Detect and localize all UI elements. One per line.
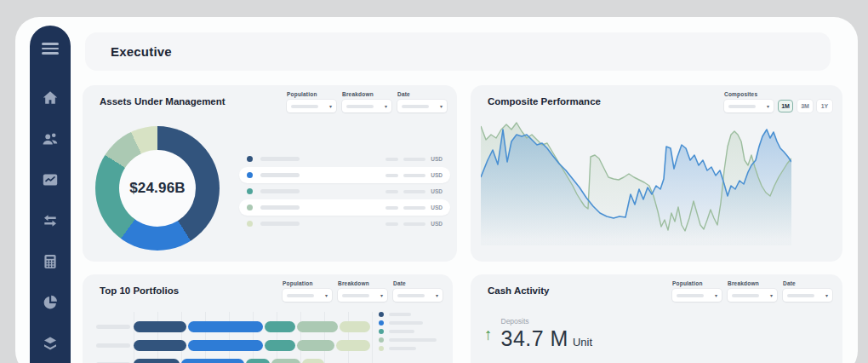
legend-value-placeholder bbox=[403, 190, 425, 193]
card-cash-activity: Cash Activity Population▾Breakdown▾Date▾… bbox=[471, 274, 842, 363]
legend-name-placeholder bbox=[260, 189, 300, 193]
bar-segment bbox=[181, 359, 244, 363]
bar-segment bbox=[134, 340, 186, 351]
legend-row bbox=[379, 327, 437, 336]
bar-segment bbox=[246, 359, 270, 363]
timeframe-3m-button[interactable]: 3M bbox=[797, 100, 813, 112]
dropdown-select[interactable]: ▾ bbox=[724, 100, 774, 112]
legend-value-placeholder bbox=[385, 222, 398, 226]
caret-down-icon: ▾ bbox=[440, 104, 443, 109]
legend-row bbox=[379, 336, 437, 344]
dropdown-placeholder-bar bbox=[346, 105, 374, 108]
dropdown-composites: Composites▾ bbox=[724, 91, 774, 112]
dropdown-select[interactable]: ▾ bbox=[397, 100, 447, 112]
dropdown-select[interactable]: ▾ bbox=[283, 289, 332, 302]
bar-segment bbox=[336, 340, 370, 351]
legend-row[interactable]: USD bbox=[239, 183, 450, 199]
home-icon[interactable] bbox=[42, 89, 60, 107]
dropdown-population: Population▾ bbox=[287, 91, 336, 112]
dropdown-select[interactable]: ▾ bbox=[393, 289, 443, 302]
legend-dot bbox=[379, 320, 384, 326]
legend-row[interactable]: USD bbox=[239, 151, 450, 167]
aum-filters: Population▾Breakdown▾Date▾ bbox=[287, 91, 447, 112]
bar-segment bbox=[134, 321, 186, 332]
dropdown-placeholder-bar bbox=[287, 294, 314, 297]
legend-value-placeholder bbox=[403, 158, 425, 161]
legend-row bbox=[379, 310, 437, 319]
card-title: Assets Under Management bbox=[100, 96, 226, 107]
transactions-icon[interactable] bbox=[42, 211, 60, 229]
clients-icon[interactable] bbox=[42, 130, 60, 147]
card-assets-under-management: Assets Under Management Population▾Break… bbox=[83, 85, 457, 262]
legend-dot bbox=[379, 346, 384, 351]
portfolio-legend bbox=[379, 310, 437, 353]
donut-hole: $24.96B bbox=[119, 150, 196, 227]
menu-icon[interactable] bbox=[42, 43, 59, 55]
holdings-icon[interactable] bbox=[42, 334, 60, 352]
deposits-metric: ↑ Deposits 34.7 M Unit bbox=[484, 317, 592, 351]
legend-dot bbox=[247, 156, 253, 162]
legend-values: USD bbox=[385, 172, 443, 178]
legend-dot bbox=[247, 188, 253, 194]
timeframe-1m-button[interactable]: 1M bbox=[778, 100, 793, 112]
caret-down-icon: ▾ bbox=[825, 293, 828, 298]
allocation-icon[interactable] bbox=[42, 293, 60, 311]
legend-row[interactable]: USD bbox=[239, 199, 450, 216]
metric-value: 34.7 M bbox=[501, 326, 568, 351]
performance-icon[interactable] bbox=[42, 170, 60, 188]
dropdown-placeholder-bar bbox=[342, 294, 369, 297]
dropdown-select[interactable]: ▾ bbox=[338, 289, 387, 302]
bar-segment bbox=[271, 359, 300, 363]
dropdown-breakdown: Breakdown▾ bbox=[728, 280, 777, 302]
bar-segment bbox=[302, 359, 324, 363]
portfolio-name-placeholder bbox=[96, 325, 130, 329]
dropdown-label: Breakdown bbox=[728, 280, 777, 286]
legend-value-placeholder bbox=[385, 158, 398, 161]
legend-dot bbox=[247, 205, 253, 210]
legend-row[interactable]: USD bbox=[239, 216, 450, 232]
dropdown-select[interactable]: ▾ bbox=[728, 289, 777, 302]
bar-segment bbox=[188, 340, 263, 351]
card-composite-performance: Composite Performance Composites▾ 1M3M1Y bbox=[471, 85, 842, 262]
dropdown-placeholder-bar bbox=[402, 105, 429, 108]
legend-name-placeholder bbox=[389, 330, 414, 333]
dropdown-placeholder-bar bbox=[291, 105, 318, 108]
dropdown-date: Date▾ bbox=[783, 280, 832, 302]
bar-segment bbox=[265, 321, 295, 332]
legend-currency: USD bbox=[431, 205, 443, 210]
portfolio-name-placeholder bbox=[96, 343, 130, 348]
legend-values: USD bbox=[385, 188, 443, 194]
dropdown-select[interactable]: ▾ bbox=[342, 100, 391, 112]
dropdown-select[interactable]: ▾ bbox=[672, 289, 722, 302]
page-title: Executive bbox=[85, 44, 172, 59]
legend-row[interactable]: USD bbox=[239, 167, 450, 183]
legend-dot bbox=[379, 329, 384, 334]
dropdown-label: Breakdown bbox=[338, 280, 387, 286]
dropdown-select[interactable]: ▾ bbox=[287, 100, 336, 112]
legend-dot bbox=[247, 172, 253, 178]
sidebar bbox=[30, 26, 71, 363]
dropdown-label: Composites bbox=[724, 91, 774, 97]
composite-controls: Composites▾ 1M3M1Y bbox=[724, 91, 832, 112]
aum-total-value: $24.96B bbox=[129, 180, 186, 197]
dropdown-label: Date bbox=[783, 280, 832, 286]
legend-value-placeholder bbox=[385, 206, 398, 210]
portfolio-row bbox=[96, 359, 445, 363]
legend-name-placeholder bbox=[260, 222, 300, 226]
dropdown-placeholder-bar bbox=[787, 294, 814, 297]
aum-donut-chart: $24.96B bbox=[95, 126, 220, 251]
trend-up-icon: ↑ bbox=[484, 326, 493, 351]
caret-down-icon: ▾ bbox=[770, 293, 773, 298]
dropdown-select[interactable]: ▾ bbox=[783, 289, 832, 302]
legend-value-placeholder bbox=[385, 190, 398, 193]
caret-down-icon: ▾ bbox=[325, 293, 328, 298]
bar-segment bbox=[188, 321, 263, 332]
dropdown-label: Date bbox=[397, 91, 447, 97]
legend-name-placeholder bbox=[260, 157, 300, 161]
timeframe-1y-button[interactable]: 1Y bbox=[817, 100, 832, 112]
calculator-icon[interactable] bbox=[42, 252, 60, 270]
dropdown-label: Population bbox=[283, 280, 332, 286]
portfolio-stacked-bar bbox=[134, 321, 370, 332]
bar-segment bbox=[265, 340, 295, 351]
legend-value-placeholder bbox=[385, 174, 398, 177]
